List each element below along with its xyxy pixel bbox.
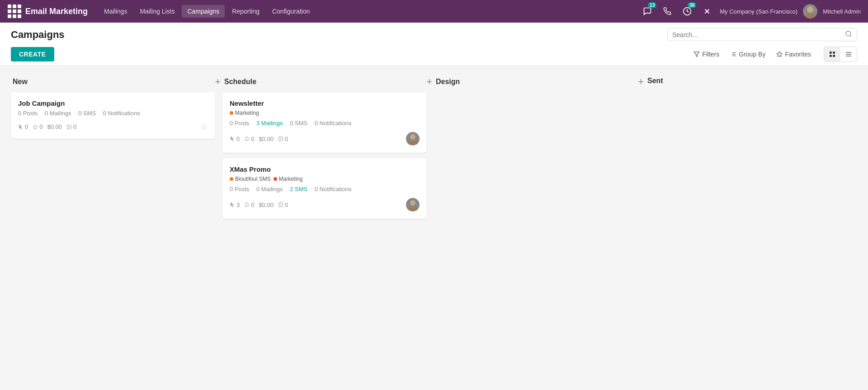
topnav-right-area: 13 36 My Company (San Francisco) Mitchel… (640, 4, 861, 19)
column-header-new: New + (11, 77, 222, 87)
column-title-new: New (13, 78, 28, 86)
nav-mailing-lists[interactable]: Mailing Lists (134, 5, 180, 18)
metric-star: 0 (33, 123, 42, 130)
column-header-design: Design + (434, 77, 646, 87)
card-title: Job Campaign (18, 99, 208, 107)
column-add-design[interactable]: + (638, 77, 644, 87)
card-avatar-xmas (406, 198, 420, 211)
metric-cursor: 3 (230, 202, 240, 208)
stat-posts: 0 Posts (230, 186, 249, 193)
kanban-cards-schedule: Newsletter Marketing 0 Posts 3 Mailings … (222, 92, 434, 219)
kanban-view-button[interactable] (824, 47, 840, 61)
app-brand: Email Marketing (25, 7, 88, 16)
tag-dot-red (274, 177, 277, 181)
card-footer-xmas: 3 0 $0.00 0 (230, 198, 420, 211)
filters-label: Filters (702, 51, 719, 58)
tag-dot-orange (230, 111, 233, 115)
column-title-sent: Sent (647, 77, 663, 85)
phone-icon[interactable] (660, 4, 675, 19)
column-header-schedule: Schedule + (222, 77, 434, 87)
metric-img: 0 (66, 123, 76, 130)
svg-point-4 (846, 31, 851, 36)
filters-button[interactable]: Filters (688, 49, 725, 60)
metric-img: 0 (278, 136, 288, 142)
tag-marketing-xmas: Marketing (274, 176, 303, 182)
group-by-button[interactable]: Group By (725, 49, 771, 60)
svg-marker-6 (694, 52, 699, 57)
svg-marker-13 (777, 52, 783, 56)
username-label: Mitchell Admin (823, 8, 861, 15)
column-header-sent: Sent (646, 77, 857, 85)
chat-icon[interactable]: 13 (640, 4, 655, 19)
card-title-newsletter: Newsletter (230, 99, 420, 107)
card-job-campaign[interactable]: Job Campaign 0 Posts 0 Mailings 0 SMS 0 … (11, 92, 215, 139)
favorites-button[interactable]: Favorites (771, 49, 816, 60)
stat-sms: 0 SMS (290, 120, 307, 127)
clock-icon[interactable]: 36 (680, 4, 694, 19)
kanban-column-sent: Sent (646, 77, 857, 219)
nav-mailings[interactable]: Mailings (99, 5, 132, 18)
card-stats-xmas: 0 Posts 0 Mailings 2 SMS 0 Notifications (230, 186, 420, 193)
search-icon[interactable] (845, 30, 852, 39)
kanban-board: New + Job Campaign 0 Posts 0 Mailings 0 … (11, 77, 857, 219)
stat-mailings: 0 Mailings (256, 186, 283, 193)
metric-img: 0 (278, 202, 288, 208)
page-title: Campaigns (11, 29, 65, 41)
svg-rect-15 (833, 52, 835, 54)
view-toggle (824, 47, 857, 62)
apps-menu-icon[interactable] (7, 4, 22, 19)
card-smiley-icon[interactable]: ☺ (200, 122, 208, 132)
page-header: Campaigns CREATE Filters (0, 23, 868, 66)
card-metrics: 0 0 $0.00 0 (18, 123, 76, 130)
stat-notifications: 0 Notifications (103, 110, 140, 117)
create-button[interactable]: CREATE (11, 47, 54, 61)
list-view-button[interactable] (840, 47, 857, 61)
svg-point-3 (807, 6, 813, 13)
svg-point-30 (280, 204, 281, 205)
svg-marker-24 (245, 136, 249, 141)
stat-mailings: 0 Mailings (45, 110, 71, 117)
nav-campaigns[interactable]: Campaigns (182, 5, 225, 18)
clock-badge: 36 (688, 2, 696, 8)
metric-cursor: 0 (230, 136, 240, 142)
card-avatar-newsletter (406, 132, 420, 146)
stat-notifications: 0 Notifications (315, 120, 352, 127)
svg-point-27 (410, 134, 415, 140)
search-bar (667, 28, 857, 41)
company-name: My Company (San Francisco) (720, 8, 797, 15)
tag-bioutifoul: Bioutifoul SMS (230, 176, 271, 182)
card-footer: 0 0 $0.00 0 (18, 122, 208, 132)
stat-mailings-link[interactable]: 3 Mailings (256, 120, 283, 127)
column-add-new[interactable]: + (215, 77, 221, 87)
svg-rect-17 (833, 55, 835, 57)
user-avatar[interactable] (803, 4, 817, 19)
stat-notifications: 0 Notifications (315, 186, 352, 193)
card-metrics-newsletter: 0 0 $0.00 0 (230, 136, 288, 142)
kanban-cards-new: Job Campaign 0 Posts 0 Mailings 0 SMS 0 … (11, 92, 222, 139)
search-input[interactable] (672, 31, 845, 38)
card-tags-xmas: Bioutifoul SMS Marketing (230, 176, 420, 182)
metric-money: $0.00 (259, 136, 274, 142)
svg-rect-14 (830, 52, 832, 54)
kanban-column-design: Design + (434, 77, 646, 219)
card-newsletter[interactable]: Newsletter Marketing 0 Posts 3 Mailings … (222, 92, 427, 153)
svg-point-23 (68, 126, 69, 127)
main-navigation: Mailings Mailing Lists Campaigns Reporti… (99, 5, 640, 18)
stat-posts: 0 Posts (18, 110, 38, 117)
column-add-schedule[interactable]: + (426, 77, 432, 87)
stat-sms: 0 SMS (78, 110, 96, 117)
card-tags-newsletter: Marketing (230, 110, 420, 116)
kanban-column-schedule: Schedule + Newsletter Marketing 0 Posts (222, 77, 434, 219)
tag-marketing: Marketing (230, 110, 259, 116)
chat-badge: 13 (648, 2, 656, 8)
close-icon[interactable] (700, 4, 714, 19)
svg-marker-28 (245, 202, 249, 207)
svg-point-31 (410, 200, 415, 206)
svg-rect-16 (830, 55, 832, 57)
nav-reporting[interactable]: Reporting (226, 5, 265, 18)
stat-sms-link[interactable]: 2 SMS (290, 186, 307, 193)
metric-money: $0.00 (47, 123, 62, 130)
tag-dot-bioutifoul (230, 177, 233, 181)
nav-configuration[interactable]: Configuration (267, 5, 315, 18)
card-xmas-promo[interactable]: XMas Promo Bioutifoul SMS Marketing 0 Po… (222, 158, 427, 219)
